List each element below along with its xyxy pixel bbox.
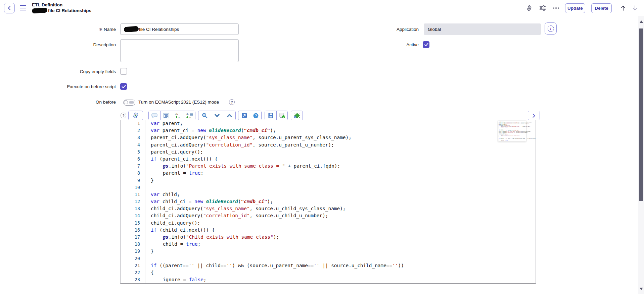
line-number: 23 (121, 276, 145, 283)
previous-record-button[interactable] (619, 4, 627, 12)
svg-text:ab: ab (186, 113, 188, 116)
line-number: 15 (121, 220, 145, 227)
personalize-form-button[interactable] (539, 4, 546, 12)
find-previous-button[interactable] (223, 111, 235, 120)
more-options-button[interactable] (552, 4, 560, 12)
code-line: 10 (121, 184, 536, 191)
triangle-down-icon (640, 288, 643, 290)
script-code-editor[interactable]: 1var parent;2var parent_ci = new GlideRe… (120, 120, 536, 284)
format-code-button[interactable] (160, 111, 172, 120)
page-title: ETL Definition (32, 2, 91, 8)
chevron-down-icon (214, 113, 220, 118)
code-line: 3parent_ci.addQuery("sys_class_name", so… (121, 134, 536, 141)
update-button[interactable]: Update (565, 3, 585, 13)
line-number: 3 (121, 134, 145, 141)
editor-help-left-button[interactable]: ? (121, 113, 126, 118)
svg-text:?: ? (255, 114, 257, 117)
line-number: 10 (121, 184, 145, 191)
line-number: 19 (121, 248, 145, 255)
script-debugger-button[interactable] (291, 111, 303, 120)
code-line: 14child_ci.addQuery("correlation_id", so… (121, 212, 536, 219)
format-code-icon (163, 113, 169, 118)
code-line: 4parent_ci.addQuery("correlation_id", so… (121, 141, 536, 149)
code-line: 15child_ci.query(); (121, 220, 536, 227)
line-number: 21 (121, 262, 145, 269)
replace-icon: ab ac (174, 113, 182, 119)
description-textarea[interactable] (120, 39, 239, 62)
find-next-button[interactable] (211, 111, 223, 120)
code-area[interactable]: 1var parent;2var parent_ci = new GlideRe… (121, 120, 536, 283)
syntax-check-button[interactable] (276, 111, 287, 120)
page-scrollbar[interactable] (638, 16, 644, 294)
script-debugger-icon (293, 113, 300, 119)
line-number: 7 (121, 163, 145, 170)
active-checkbox[interactable] (423, 41, 429, 48)
chevron-up-icon (227, 113, 232, 118)
expand-toolbar-button[interactable] (528, 111, 540, 120)
line-number: 17 (121, 234, 145, 241)
line-number: 1 (121, 120, 145, 127)
svg-text:ab: ab (175, 113, 178, 116)
code-line: 19} (121, 248, 536, 255)
active-label: Active (341, 42, 419, 47)
check-icon (122, 85, 126, 89)
code-line: 12var child_ci = new GlideRecord("cmdb_c… (121, 198, 536, 205)
code-line: 7 gs.info("Parent exists with same class… (121, 163, 536, 170)
required-icon: ✱ (99, 27, 102, 32)
scroll-up-button[interactable] (638, 19, 644, 24)
scroll-down-button[interactable] (638, 286, 644, 291)
code-line: 6if (parent_ci.next()) { (121, 156, 536, 163)
back-button[interactable] (4, 3, 15, 13)
execute-on-before-script-checkbox[interactable] (120, 83, 127, 90)
code-line: 11var child; (121, 191, 536, 198)
on-before-label: On before (39, 100, 116, 105)
name-input[interactable]: file CI Relationships (120, 23, 239, 35)
delete-button[interactable]: Delete (591, 3, 612, 13)
code-line: 5parent_ci.query(); (121, 149, 536, 156)
code-line: 2var parent_ci = new GlideRecord("cmdb_c… (121, 127, 536, 134)
minimap[interactable]: var parent; var parent_ci = new GlideRec… (498, 121, 526, 141)
line-number: 9 (121, 177, 145, 184)
help-icon: ? (121, 113, 126, 118)
line-number: 6 (121, 156, 145, 163)
save-icon (268, 113, 274, 118)
replace-all-button[interactable]: ab ac (184, 111, 195, 120)
gutter-divider (145, 120, 145, 283)
help-circle-icon: ? (253, 113, 259, 119)
name-label: ✱Name (39, 27, 116, 32)
next-record-button[interactable] (631, 4, 639, 12)
line-number: 22 (121, 269, 145, 276)
open-in-new-window-button[interactable] (238, 111, 250, 120)
svg-text:ac: ac (189, 116, 192, 119)
syntax-editor-toggle-button[interactable] (129, 111, 143, 120)
header-bar: ETL Definition file CI Relationships Upd… (0, 0, 644, 16)
line-number: 12 (121, 198, 145, 205)
es12-mode-toggle[interactable] (123, 100, 135, 106)
syntax-check-icon (279, 113, 285, 119)
copy-empty-fields-label: Copy empty fields (39, 69, 116, 74)
syntax-editor-icon (132, 112, 139, 119)
line-number: 11 (121, 191, 145, 198)
editor-help-button[interactable]: ? (250, 111, 261, 120)
search-button[interactable] (198, 111, 211, 120)
paperclip-icon (525, 4, 534, 12)
search-icon (201, 112, 208, 119)
line-number: 4 (121, 141, 145, 149)
replace-button[interactable]: ab ac (172, 111, 184, 120)
code-line: 20 (121, 255, 536, 262)
chevron-left-icon (7, 6, 12, 10)
attachment-button[interactable] (525, 4, 533, 12)
application-info-button[interactable]: i (545, 22, 557, 35)
svg-text:ac: ac (178, 116, 181, 119)
copy-empty-fields-checkbox[interactable] (120, 68, 127, 75)
context-menu-icon[interactable] (20, 5, 26, 10)
line-number: 13 (121, 205, 145, 212)
es12-help-button[interactable]: ? (229, 99, 235, 105)
save-button[interactable] (265, 111, 276, 120)
code-line: 13child_ci.addQuery("sys_class_name", so… (121, 205, 536, 212)
scrollbar-thumb[interactable] (639, 28, 643, 201)
application-field: Global (424, 23, 541, 35)
toggle-comment-button[interactable] (149, 111, 160, 120)
triangle-up-icon (640, 20, 643, 23)
record-subtitle: file CI Relationships (32, 8, 91, 13)
